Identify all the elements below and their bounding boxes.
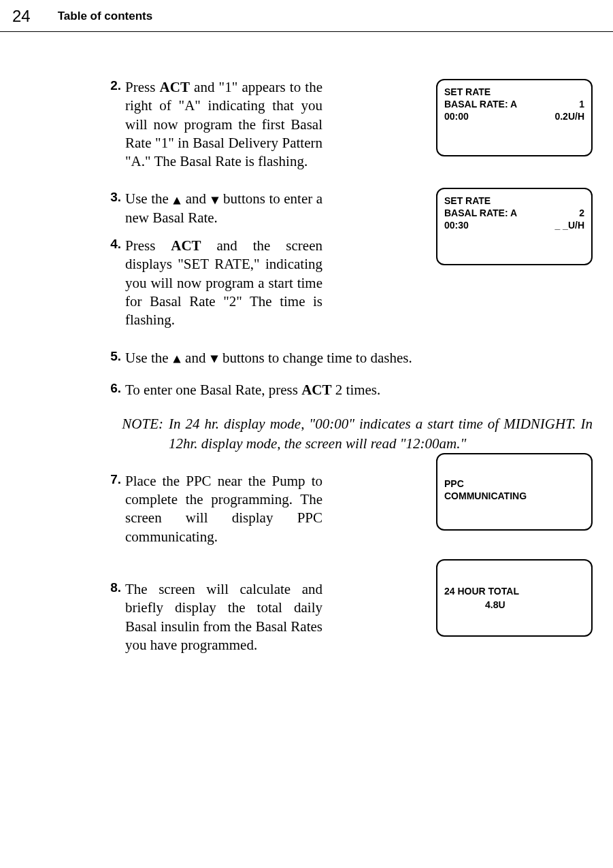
text: Press	[125, 237, 171, 254]
text: buttons to change time to dashes.	[219, 350, 412, 366]
step-number: 6.	[105, 381, 125, 399]
step-number: 5.	[105, 349, 125, 367]
step-7: 7. Place the PPC near the Pump to comple…	[105, 472, 593, 546]
act-label: ACT	[171, 237, 201, 254]
svg-marker-1	[211, 197, 218, 204]
note-label: NOTE:	[120, 414, 169, 453]
step-8: 8. The screen will calculate and briefly…	[105, 580, 593, 654]
step-number: 8.	[105, 580, 125, 654]
text: 2 times.	[332, 382, 381, 398]
page-number: 24	[12, 7, 31, 26]
svg-marker-2	[173, 355, 180, 363]
header-title: Table of contents	[58, 10, 152, 23]
text: and	[182, 350, 210, 366]
down-arrow-icon	[210, 190, 220, 208]
up-arrow-icon	[172, 349, 182, 367]
step-number: 3.	[105, 190, 125, 227]
text: To enter one Basal Rate, press	[125, 382, 301, 398]
step-5: 5. Use the and buttons to change time to…	[105, 349, 593, 367]
step-text: To enter one Basal Rate, press ACT 2 tim…	[125, 381, 472, 399]
content: 2. Press ACT and "1" appears to the righ…	[0, 32, 613, 399]
page-header: 24 Table of contents	[0, 0, 613, 26]
step-4: 4. Press ACT and the screen displays "SE…	[105, 237, 593, 329]
step-text: Use the and buttons to enter a new Basal…	[125, 190, 322, 227]
text: Press	[125, 79, 160, 95]
step-text: Use the and buttons to change time to da…	[125, 349, 472, 367]
note: NOTE: In 24 hr. display mode, "00:00" in…	[120, 414, 593, 453]
step-text: The screen will calculate and briefly di…	[125, 580, 322, 654]
note-text: In 24 hr. display mode, "00:00" indicate…	[169, 414, 593, 453]
step-number: 2.	[105, 78, 125, 171]
step-6: 6. To enter one Basal Rate, press ACT 2 …	[105, 381, 593, 399]
up-arrow-icon	[172, 190, 182, 208]
step-number: 4.	[105, 237, 125, 329]
step-number: 7.	[105, 472, 125, 546]
text: Use the	[125, 190, 172, 207]
text: Use the	[125, 350, 172, 366]
step-text: Press ACT and "1" appears to the right o…	[125, 78, 322, 171]
svg-marker-0	[173, 197, 181, 204]
step-3: 3. Use the and buttons to enter a new Ba…	[105, 190, 593, 227]
text: and	[182, 190, 210, 207]
act-label: ACT	[160, 79, 190, 95]
act-label: ACT	[301, 382, 331, 398]
down-arrow-icon	[210, 349, 219, 367]
step-text: Place the PPC near the Pump to complete …	[125, 472, 322, 546]
step-2: 2. Press ACT and "1" appears to the righ…	[105, 78, 593, 171]
step-text: Press ACT and the screen displays "SET R…	[125, 237, 322, 329]
svg-marker-3	[210, 355, 218, 363]
